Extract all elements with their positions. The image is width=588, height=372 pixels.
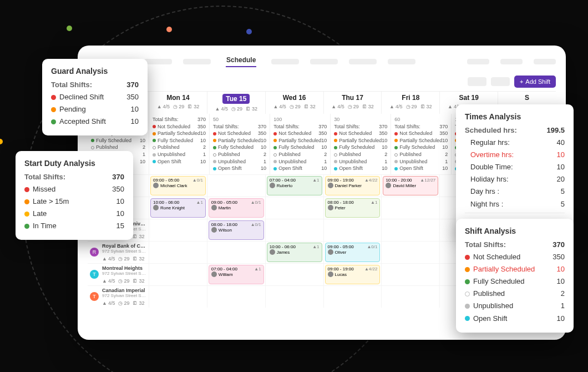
schedule-cell[interactable]: 10:00 - 20:00▲12/27 David Miller <box>381 175 439 197</box>
shift-block[interactable]: 07:00 - 04:00▲1 William <box>209 265 264 284</box>
shift-block[interactable]: 10:00 - 06:00▲1 James <box>267 243 322 262</box>
schedule-cell[interactable] <box>381 286 439 308</box>
analysis-row: Double Time:10 <box>465 161 565 173</box>
schedule-cell[interactable] <box>265 219 323 241</box>
day-stats: 30 Total Shifts:370 Not Scheduled350 Par… <box>330 114 391 174</box>
site-label[interactable]: T Canadian Imperial972 Sylvan Street Sou… <box>88 286 149 308</box>
day-column-header[interactable]: Mon 14 4/52932 <box>149 92 207 114</box>
analysis-row: Unpublished1 <box>465 300 565 312</box>
day-stats: 100 Total Shifts:370 Not Scheduled350 Pa… <box>270 114 330 174</box>
schedule-cell[interactable]: 10:00 - 06:00▲1 Rone Knight <box>149 197 207 219</box>
placeholder <box>534 59 556 64</box>
shift-block[interactable]: 09:00 - 19:00▲4/22 Lucas <box>325 265 381 284</box>
schedule-cell[interactable]: 07:00 - 04:00▲1 Ruberto <box>265 175 323 197</box>
day-column-header[interactable]: Wed 16 4/52932 <box>265 92 323 114</box>
shift-block[interactable]: 09:00 - 05:00▲0/1 Michael Clark <box>150 176 206 195</box>
scheduled-hrs-value: 199.5 <box>546 124 565 137</box>
analysis-row: Partially Scheduled10 <box>465 263 565 275</box>
schedule-cell[interactable]: 09:00 - 05:00▲0/1 Martin <box>207 197 265 219</box>
schedule-cell[interactable] <box>323 219 382 241</box>
schedule-cell[interactable] <box>381 197 439 219</box>
placeholder <box>183 59 211 64</box>
schedule-cell[interactable]: 09:00 - 19:00▲4/22 Lucas <box>323 264 382 285</box>
site-label[interactable]: R Royal Bank of Canada972 Sylvan Street … <box>88 242 149 263</box>
schedule-cell[interactable] <box>265 286 323 308</box>
schedule-cell[interactable]: 08:00 - 18:00▲0/1 Wilson <box>207 219 265 241</box>
site-label[interactable]: T Montreal Heights972 Sylvan Street Sout… <box>88 264 149 285</box>
placeholder <box>467 59 489 64</box>
analysis-row: Published2 <box>465 288 565 300</box>
day-column-header[interactable]: Tue 15 4/52932 <box>207 92 265 114</box>
shift-block[interactable]: 09:00 - 05:00▲0/1 Martin <box>209 198 264 218</box>
analysis-row: Open Shift10 <box>465 313 565 325</box>
schedule-cell[interactable]: 09:00 - 05:00▲0/1 Oliver <box>323 242 382 263</box>
add-shift-button[interactable]: Add Shift <box>514 76 556 88</box>
schedule-cell[interactable]: 08:00 - 18:00▲1 Peter <box>323 197 382 219</box>
schedule-cell[interactable] <box>265 197 323 219</box>
scheduled-hrs-label: Scheduled hrs: <box>465 124 517 137</box>
schedule-cell[interactable] <box>207 175 265 197</box>
card-title: Guard Analysis <box>51 67 139 76</box>
day-column-header[interactable]: Thu 17 4/52932 <box>323 92 382 114</box>
day-stats: Total Shifts:370 Not Scheduled350 Partia… <box>149 114 209 174</box>
analysis-row: Day hrs :5 <box>465 185 565 198</box>
schedule-cell[interactable] <box>207 242 265 263</box>
analysis-row: Late > 15m10 <box>24 195 124 208</box>
schedule-cell[interactable] <box>265 264 323 285</box>
schedule-cell[interactable] <box>381 264 439 285</box>
analysis-row: In Time15 <box>24 220 124 232</box>
analysis-row: Late10 <box>24 208 124 220</box>
shift-block[interactable]: 09:00 - 05:00▲0/1 Oliver <box>325 243 381 262</box>
total-shifts-label: Total Shifts: <box>465 239 506 251</box>
total-shifts-label: Total Shifts: <box>24 171 65 183</box>
card-title: Shift Analysis <box>465 227 565 235</box>
total-shifts-value: 370 <box>126 79 139 91</box>
analysis-row: Declined Shift350 <box>51 91 139 103</box>
schedule-cell[interactable]: 07:00 - 04:00▲1 William <box>207 264 265 285</box>
analysis-row: Missed350 <box>24 183 124 195</box>
shift-block[interactable]: 10:00 - 06:00▲1 Rone Knight <box>150 198 206 218</box>
total-shifts-value: 370 <box>112 171 124 183</box>
shift-block[interactable]: 08:00 - 18:00▲0/1 Wilson <box>209 220 264 240</box>
placeholder <box>144 59 172 64</box>
schedule-cell[interactable] <box>149 286 207 308</box>
schedule-cell[interactable] <box>149 264 207 285</box>
schedule-cell[interactable] <box>149 242 207 263</box>
decorative-dot <box>166 27 172 32</box>
sub-toolbar: Add Shift <box>88 76 556 88</box>
shift-block[interactable]: 08:00 - 18:00▲1 Peter <box>325 198 381 218</box>
decorative-dot <box>0 139 3 144</box>
analysis-row: Fully Scheduled10 <box>465 275 565 288</box>
schedule-cell[interactable]: 09:00 - 05:00▲0/1 Michael Clark <box>149 175 207 197</box>
guard-analysis-card: Guard Analysis Total Shifts:370 Declined… <box>42 59 148 135</box>
analysis-row: Holiday hrs:20 <box>465 173 565 185</box>
times-analysis-card: Times Analysis Scheduled hrs:199.5 Regul… <box>456 104 574 235</box>
shift-block[interactable]: 10:00 - 20:00▲12/27 David Miller <box>383 176 438 195</box>
schedule-cell[interactable]: 09:00 - 19:00▲4/22 Daniel Parker <box>323 175 382 197</box>
shift-block[interactable]: 09:00 - 19:00▲4/22 Daniel Parker <box>325 176 381 195</box>
day-column-header[interactable]: Fri 18 4/52932 <box>381 92 439 114</box>
card-title: Start Duty Analysis <box>24 159 124 168</box>
total-shifts-label: Total Shifts: <box>51 79 92 91</box>
total-shifts-value: 370 <box>552 239 565 251</box>
shift-block[interactable]: 07:00 - 04:00▲1 Ruberto <box>267 176 322 195</box>
analysis-row: Regular hrs:40 <box>465 137 565 149</box>
schedule-cell[interactable] <box>381 242 439 263</box>
placeholder <box>468 77 486 86</box>
decorative-dot <box>246 29 252 34</box>
schedule-cell[interactable] <box>323 286 382 308</box>
analysis-row: Accepted Shift10 <box>51 115 139 128</box>
schedule-cell[interactable] <box>381 219 439 241</box>
placeholder <box>388 59 415 64</box>
schedule-cell[interactable] <box>149 219 207 241</box>
tab-schedule[interactable]: Schedule <box>222 56 260 67</box>
schedule-cell[interactable]: 10:00 - 06:00▲1 James <box>265 242 323 263</box>
schedule-cell[interactable] <box>207 286 265 308</box>
placeholder <box>349 59 377 64</box>
decorative-dot <box>67 26 72 31</box>
shift-analysis-card: Shift Analysis Total Shifts:370 Not Sche… <box>456 219 574 333</box>
analysis-row: Not Scheduled350 <box>465 251 565 263</box>
placeholder <box>310 59 338 64</box>
analysis-row: Overtime hrs:10 <box>465 149 565 161</box>
analysis-row: Pending10 <box>51 103 139 115</box>
